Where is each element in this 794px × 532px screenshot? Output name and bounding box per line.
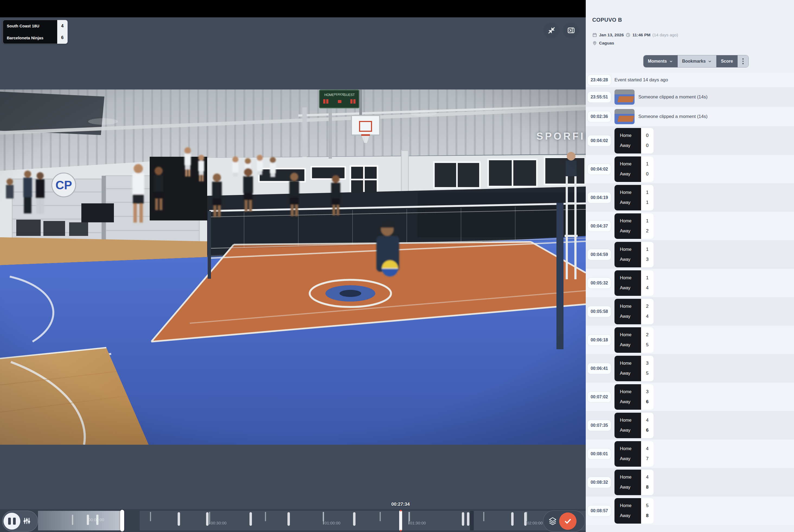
away-score: 3 (646, 257, 648, 262)
bookmarks-button[interactable]: Bookmarks (678, 55, 716, 67)
score-card-values: 36 (641, 384, 654, 410)
score-card[interactable]: HomeAway48 (615, 470, 654, 495)
event-row[interactable]: 00:04:59HomeAway13 (586, 240, 794, 269)
minimap-time-label: 00:00:00 (89, 517, 104, 522)
score-card[interactable]: HomeAway35 (615, 356, 654, 381)
kebab-menu-icon (742, 58, 744, 64)
playhead[interactable] (399, 510, 402, 531)
away-score: 1 (646, 200, 648, 205)
minimap-tick (72, 515, 73, 525)
event-row[interactable]: 00:02:36Someone clipped a moment (14s) (586, 107, 794, 126)
score-card[interactable]: HomeAway14 (615, 270, 654, 296)
away-label: Away (620, 399, 641, 404)
away-score: 6 (646, 399, 648, 404)
pause-button[interactable] (3, 513, 20, 530)
sliders-icon (22, 516, 31, 525)
video-player[interactable]: CP HOME PERIOD GUEST (0, 0, 586, 532)
event-row[interactable]: 00:06:41HomeAway35 (586, 354, 794, 383)
score-card-values: 25 (641, 327, 654, 353)
score-card[interactable]: HomeAway36 (615, 384, 654, 410)
event-row[interactable]: 00:04:37HomeAway12 (586, 212, 794, 240)
home-score: 2 (646, 304, 648, 309)
timeline-tick (150, 512, 151, 521)
event-text: Event started 14 days ago (615, 77, 668, 83)
event-row[interactable]: 00:08:01HomeAway47 (586, 439, 794, 468)
event-thumbnail[interactable] (615, 109, 635, 124)
moment-marker (462, 512, 464, 526)
score-card[interactable]: HomeAway12 (615, 213, 654, 239)
score-card-values: 13 (641, 242, 654, 267)
event-row[interactable]: 23:55:51Someone clipped a moment (14s) (586, 87, 794, 107)
score-button[interactable]: Score (716, 55, 737, 67)
away-label: Away (620, 314, 641, 319)
event-row[interactable]: 00:04:02HomeAway10 (586, 155, 794, 183)
event-body: Event started 14 days ago (615, 77, 668, 83)
score-card[interactable]: HomeAway25 (615, 327, 654, 353)
timeline-scrubber[interactable]: 00:30:0001:00:0001:30:0002:00:00 (140, 511, 586, 530)
home-score: 1 (646, 162, 648, 167)
layers-button[interactable] (548, 516, 557, 527)
exit-fullscreen-button[interactable] (544, 22, 560, 38)
score-card-values: 12 (641, 213, 654, 239)
event-thumbnail[interactable] (615, 90, 635, 104)
timeline-settings-button[interactable] (22, 516, 31, 526)
event-row[interactable]: 23:46:28Event started 14 days ago (586, 73, 794, 87)
home-label: Home (620, 190, 641, 195)
confirm-button[interactable] (559, 512, 576, 530)
more-options-button[interactable] (738, 55, 749, 67)
home-label: Home (620, 418, 641, 423)
score-card[interactable]: HomeAway58 (615, 498, 654, 524)
score-card[interactable]: HomeAway24 (615, 299, 654, 324)
score-card[interactable]: HomeAway46 (615, 413, 654, 438)
timeline-label-tick (409, 512, 410, 525)
event-row[interactable]: 00:05:32HomeAway14 (586, 269, 794, 297)
moments-button[interactable]: Moments (643, 55, 678, 67)
score-card-labels: HomeAway (615, 470, 641, 495)
timeline-minimap[interactable]: 00:00:00 (38, 511, 120, 530)
score-card[interactable]: HomeAway11 (615, 185, 654, 210)
event-row[interactable]: 00:04:19HomeAway11 (586, 183, 794, 212)
timeline-actions-pill (543, 510, 585, 532)
moment-marker (206, 512, 209, 526)
away-score: 2 (646, 228, 648, 234)
home-label: Home (620, 446, 641, 451)
event-row[interactable]: 00:07:02HomeAway36 (586, 383, 794, 411)
away-label: Away (620, 485, 641, 490)
event-row[interactable]: 00:08:32HomeAway48 (586, 468, 794, 496)
score-card-values: 14 (641, 270, 654, 296)
playback-controls: 00:27:34 00:00:00 00:30:0001:00:0001:30:… (0, 509, 586, 532)
event-body: HomeAway47 (615, 441, 654, 467)
event-date: Jan 13, 2026 (599, 33, 624, 37)
away-score: 8 (646, 484, 648, 490)
timeline-label-tick (525, 512, 526, 525)
score-card[interactable]: HomeAway10 (615, 156, 654, 182)
score-card[interactable]: HomeAway47 (615, 441, 654, 467)
timeline-tick (483, 512, 484, 521)
event-text: Someone clipped a moment (14s) (638, 114, 707, 119)
toggle-sidebar-button[interactable] (563, 22, 579, 38)
event-row[interactable]: 00:04:02HomeAway00 (586, 126, 794, 155)
event-body: HomeAway46 (615, 413, 654, 438)
check-icon (564, 517, 572, 526)
away-label: Away (620, 371, 641, 376)
event-row[interactable]: 00:08:57HomeAway58 (586, 496, 794, 525)
event-row[interactable]: 00:06:18HomeAway25 (586, 326, 794, 354)
event-timestamp: 00:05:58 (587, 306, 611, 317)
event-row[interactable]: 00:05:58HomeAway24 (586, 297, 794, 326)
away-label: Away (620, 200, 641, 205)
score-card[interactable]: HomeAway00 (615, 128, 654, 153)
event-timestamp: 23:55:51 (587, 91, 611, 103)
event-row[interactable]: 00:07:35HomeAway46 (586, 411, 794, 439)
home-score: 1 (646, 247, 648, 252)
away-score: 4 (646, 314, 648, 319)
away-label: Away (620, 286, 641, 290)
scoreboard-overlay: South Coast 18U4Barceloneta Ninjas6 (3, 20, 68, 44)
minimap-handle[interactable] (120, 510, 124, 531)
away-score: 4 (646, 285, 648, 291)
home-score: 4 (646, 475, 648, 480)
home-score: 0 (646, 133, 648, 138)
event-text: Someone clipped a moment (14s) (638, 94, 707, 100)
video-frame[interactable]: CP HOME PERIOD GUEST (0, 90, 586, 445)
score-card[interactable]: HomeAway13 (615, 242, 654, 267)
home-label: Home (620, 332, 641, 337)
